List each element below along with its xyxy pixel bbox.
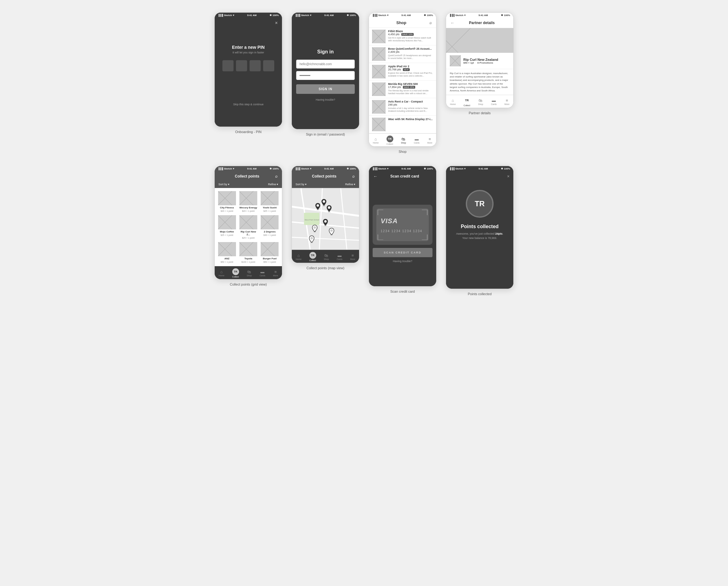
home-icon: ⌂ <box>374 137 377 141</box>
grid-item-7[interactable]: Toyota $100 = 1 point <box>238 241 259 264</box>
nav-shop[interactable]: 🛍 Shop <box>324 253 329 260</box>
shop-item-2[interactable]: Apple iPad Air 2 20,766 pts NEW Explore … <box>369 63 436 80</box>
grid-name-6: ANZ <box>224 257 229 260</box>
sort-by-button[interactable]: Sort by ▾ <box>295 183 307 186</box>
nav-collect[interactable]: TR Collect <box>387 136 393 145</box>
status-right: ✱ 100% <box>424 167 433 170</box>
grid-title: Collect points <box>235 174 259 178</box>
refine-button[interactable]: Refine ▾ <box>345 183 355 186</box>
email-input[interactable] <box>296 59 355 69</box>
grid-item-0[interactable]: City Fitness $20 = 1 point <box>216 190 237 213</box>
status-bar-shop: ▐▐▐ Sketch ▾ 9:41 AM ✱ 100% <box>369 13 436 18</box>
shop-item-4[interactable]: Avis Rent a Car - Compact 246 pts Includ… <box>369 98 436 116</box>
grid-item-5[interactable]: 2 Degrees $30 = 1 point <box>259 214 280 240</box>
grid-img-7 <box>239 242 257 256</box>
product-name-0: Fitbit Blaze <box>388 30 433 33</box>
wifi-icon: ▾ <box>387 14 388 17</box>
grid-pts-3: $25 = 1 point <box>220 234 233 236</box>
bluetooth-icon: ✱ <box>347 167 349 170</box>
grid-img-2 <box>261 191 279 205</box>
nav-more[interactable]: ≡ More <box>504 98 509 105</box>
grid-item-3[interactable]: Mojo Coffee $25 = 1 point <box>216 214 237 240</box>
pin-box-1[interactable] <box>223 60 234 71</box>
pin-box-3[interactable] <box>250 60 261 71</box>
nav-collect[interactable]: TR Collect <box>309 252 316 262</box>
product-pts-1: 2,409 pts <box>388 50 433 53</box>
map-view[interactable]: West Park School <box>292 188 359 250</box>
scan-trouble-link[interactable]: Having trouble? <box>393 260 412 263</box>
nav-home[interactable]: ⌂ Home <box>219 270 225 277</box>
product-info-1: Bose QuietComfort® 25 Acoust... 2,409 pt… <box>388 47 433 59</box>
back-button[interactable]: ← <box>450 20 455 25</box>
product-image-4 <box>372 100 386 114</box>
sort-by-button[interactable]: Sort by ▾ <box>218 183 230 186</box>
search-icon[interactable]: ⌕ <box>430 20 432 25</box>
wifi-icon: ▾ <box>464 167 466 170</box>
nav-home[interactable]: ⌂ Home <box>296 253 302 260</box>
trouble-link[interactable]: Having trouble? <box>296 94 355 104</box>
search-icon[interactable]: ⌕ <box>275 174 278 178</box>
nav-home[interactable]: ⌂ Home <box>450 98 456 105</box>
grid-item-4[interactable]: Rip Curl New Z... $25 = 1 point <box>238 214 259 240</box>
refine-chevron: ▾ <box>354 183 355 186</box>
screen-row-2: ▐▐▐ Sketch ▾ 9:41 AM ✱ 100% Collect poin… <box>214 166 514 296</box>
grid-item-6[interactable]: ANZ $50 = 1 point <box>216 241 237 264</box>
nav-home-label: Home <box>450 103 456 105</box>
nav-cards[interactable]: ▬ Cards <box>491 98 497 105</box>
grid-item-8[interactable]: Burger Fuel $50 = 1 point <box>259 241 280 264</box>
nav-home[interactable]: ⌂ Home <box>373 137 379 144</box>
grid-nav-header: Collect points ⌕ <box>215 171 282 181</box>
product-image-0 <box>372 30 386 43</box>
nav-more[interactable]: ≡ More <box>427 137 432 144</box>
pin-skip[interactable]: Skip this step & continue <box>233 99 264 109</box>
product-name-2: Apple iPad Air 2 <box>388 65 433 68</box>
partner-sub: $50 = 1pt · 8 Promotions <box>463 62 498 64</box>
refine-button[interactable]: Refine ▾ <box>268 183 278 186</box>
nav-more[interactable]: ≡ More <box>350 253 355 260</box>
status-right: ✱ 100% <box>347 14 356 17</box>
pin-box-2[interactable] <box>236 60 247 71</box>
shop-item-3[interactable]: Merida Big SEVEN 500 17,854 pts SAVE 25%… <box>369 80 436 98</box>
product-pts-0: 4,450 pts SAVE 10% <box>388 33 433 36</box>
time-display: 9:41 AM <box>324 167 334 170</box>
nav-cards[interactable]: ▬ Cards <box>337 253 342 260</box>
nav-shop[interactable]: 🛍 Shop <box>401 137 406 144</box>
nav-shop-label: Shop <box>324 258 329 260</box>
password-input[interactable] <box>296 71 355 80</box>
pin-box-4[interactable] <box>263 60 274 71</box>
product-pts-4: 246 pts <box>388 103 433 106</box>
grid-pts-6: $50 = 1 point <box>220 261 233 263</box>
screen-wrapper-shop: ▐▐▐ Sketch ▾ 9:41 AM ✱ 100% Shop ⌕ <box>369 13 437 153</box>
sort-chevron: ▾ <box>228 183 230 186</box>
nav-cards[interactable]: ▬ Cards <box>414 137 419 144</box>
product-desc-4: Includes a full 1 day vehicle rental in … <box>388 107 433 113</box>
grid-item-1[interactable]: Mecury Energy $20 = 1 point <box>238 190 259 213</box>
nav-more[interactable]: ≡ More <box>273 270 278 277</box>
nav-shop[interactable]: 🛍 Shop <box>478 98 483 105</box>
shop-item-1[interactable]: Bose QuietComfort® 25 Acoust... 2,409 pt… <box>369 45 436 63</box>
nav-shop[interactable]: 🛍 Shop <box>247 270 252 277</box>
label-pin: Onboarding - PIN <box>235 130 262 134</box>
nav-collect[interactable]: TR Collect <box>464 97 470 106</box>
nav-shop-label: Shop <box>401 142 406 144</box>
phone-points: ▐▐▐ Sketch ▾ 9:41 AM ✱ 100% × TR Points … <box>446 166 514 289</box>
nav-cards[interactable]: ▬ Cards <box>259 270 265 277</box>
nav-collect[interactable]: TR Collect <box>232 268 239 278</box>
shop-item-0[interactable]: Fitbit Blaze 4,450 pts SAVE 10% Get fit … <box>369 28 436 45</box>
grid-img-0 <box>218 191 236 205</box>
close-button[interactable]: × <box>507 174 510 179</box>
status-right: ✱ 100% <box>269 14 279 17</box>
back-button[interactable]: ← <box>373 174 378 179</box>
shop-item-5[interactable]: iMac with 5K Retina Display 27-i... <box>369 116 436 133</box>
grid-img-4 <box>239 215 257 229</box>
close-button[interactable]: × <box>275 20 278 25</box>
signin-button[interactable]: SIGN IN <box>296 84 355 94</box>
points-title: Points collected <box>461 224 499 229</box>
scan-credit-card-button[interactable]: SCAN CREDIT CARD <box>373 248 433 257</box>
search-icon[interactable]: ⌕ <box>352 174 355 178</box>
status-left: ▐▐▐ Sketch ▾ <box>218 167 234 170</box>
phone-map: ▐▐▐ Sketch ▾ 9:41 AM ✱ 100% Collect poin… <box>291 166 359 263</box>
status-bar-points: ▐▐▐ Sketch ▾ 9:41 AM ✱ 100% <box>446 166 513 171</box>
grid-item-2[interactable]: Yoshi Sushi $25 = 1 point <box>259 190 280 213</box>
partner-logo <box>450 55 461 66</box>
